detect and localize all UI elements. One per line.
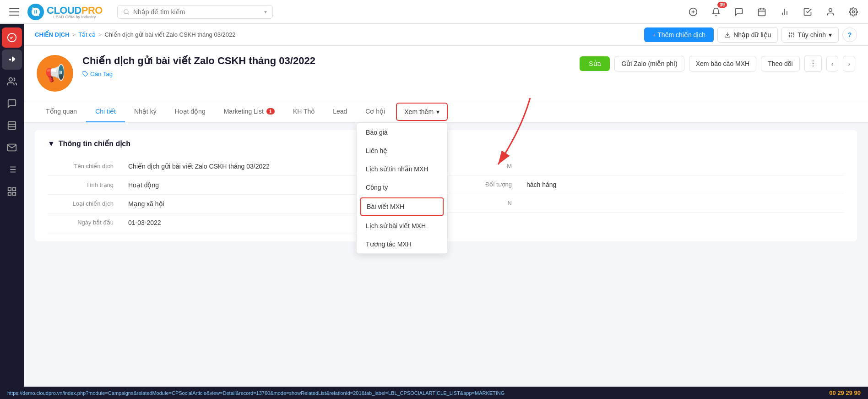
campaign-tag[interactable]: Gán Tag — [82, 71, 570, 77]
sidebar-item-campaign[interactable] — [2, 27, 22, 48]
status-url: https://demo.cloudpro.vn/index.php?modul… — [7, 390, 825, 396]
tasks-button[interactable] — [800, 5, 815, 19]
dropdown-item-bai-viet[interactable]: Bài viết MXH — [360, 197, 444, 216]
marketing-list-badge: 1 — [266, 108, 275, 115]
breadcrumb-root[interactable]: CHIẾN DỊCH — [35, 31, 70, 38]
logo-sub: LEAD CRM by Industry — [47, 15, 103, 19]
lich-su-bai-viet-label: Lịch sử bài viết MXH — [366, 222, 426, 230]
sidebar — [0, 24, 24, 387]
info-value-type: Mạng xã hội — [128, 200, 164, 208]
campaign-avatar: 📢 — [37, 55, 73, 92]
sidebar-item-list[interactable] — [2, 159, 22, 180]
tag-label: Gán Tag — [90, 71, 113, 77]
hamburger-button[interactable] — [7, 5, 22, 19]
breadcrumb-current: Chiến dịch gửi bài viết Zalo CSKH tháng … — [104, 31, 235, 38]
customize-button[interactable]: Tùy chỉnh ▾ — [781, 27, 839, 43]
notification-badge: 39 — [717, 2, 727, 8]
dropdown-menu: Báo giá Liên hệ Lịch sử tin nhắn MXH Côn… — [356, 123, 448, 254]
info-row-n: N — [446, 194, 844, 213]
sidebar-item-contacts[interactable] — [2, 71, 22, 92]
tab-marketing-list[interactable]: Marketing List 1 — [215, 101, 284, 122]
cong-ty-label: Công ty — [366, 184, 388, 191]
info-col-right: M Đối tượng hách hàng N — [446, 157, 844, 232]
user-button[interactable] — [823, 5, 838, 19]
main-content: CHIẾN DỊCH > Tất cả > Chiến dịch gửi bài… — [0, 24, 868, 387]
xem-them-button[interactable]: Xem thêm ▾ — [396, 103, 448, 121]
svg-point-10 — [852, 11, 855, 13]
breadcrumb-level1[interactable]: Tất cả — [78, 31, 96, 38]
customize-chevron: ▾ — [829, 31, 832, 38]
bao-gia-label: Báo giá — [366, 129, 387, 136]
sidebar-item-plugins[interactable] — [2, 181, 22, 202]
tabs-bar: Tổng quan Chi tiết Nhật ký Hoạt động Mar… — [24, 101, 868, 123]
calendar-button[interactable] — [754, 5, 769, 19]
bai-viet-label: Bài viết MXH — [367, 203, 404, 210]
add-campaign-button[interactable]: + Thêm chiến dịch — [644, 27, 714, 42]
tab-activity[interactable]: Hoạt động — [166, 101, 215, 122]
dropdown-item-cong-ty[interactable]: Công ty — [357, 178, 447, 197]
dropdown-item-lich-su-tin[interactable]: Lịch sử tin nhắn MXH — [357, 160, 447, 178]
megaphone-icon: 📢 — [45, 64, 65, 83]
dropdown-item-tuong-tac[interactable]: Tương tác MXH — [357, 235, 447, 253]
tab-lead[interactable]: Lead — [324, 101, 356, 122]
campaign-info: Chiến dịch gửi bài viết Zalo CSKH tháng … — [82, 55, 570, 77]
section-title-text: Thông tin chiến dịch — [59, 139, 130, 148]
tab-log[interactable]: Nhật ký — [125, 101, 166, 122]
edit-button[interactable]: Sửa — [580, 56, 610, 71]
report-button[interactable]: Xem báo cáo MXH — [689, 56, 757, 71]
info-label-target: Đối tượng — [446, 181, 519, 188]
breadcrumb-sep2: > — [98, 31, 102, 38]
dropdown-item-lich-su-bai-viet[interactable]: Lịch sử bài viết MXH — [357, 217, 447, 235]
sidebar-item-email[interactable] — [2, 137, 22, 158]
send-zalo-button[interactable]: Gửi Zalo (miễn phí) — [614, 56, 684, 71]
svg-point-0 — [124, 9, 128, 13]
dropdown-container: Xem thêm ▾ Báo giá Liên hệ Lịch sử tin n… — [394, 103, 448, 121]
help-button[interactable]: ? — [842, 27, 857, 42]
tab-kh-tho-label: KH Thô — [293, 108, 315, 115]
search-bar: ▾ — [117, 5, 273, 19]
info-label-status: Tình trạng — [48, 181, 121, 188]
tab-overview-label: Tổng quan — [46, 108, 77, 115]
lien-he-label: Liên hệ — [366, 147, 387, 154]
breadcrumb-bar: CHIẾN DỊCH > Tất cả > Chiến dịch gửi bài… — [24, 24, 868, 46]
svg-rect-22 — [8, 188, 11, 191]
status-phone: 00 29 29 90 — [829, 389, 861, 396]
import-button[interactable]: Nhập dữ liệu — [717, 27, 778, 43]
search-icon — [123, 9, 130, 15]
add-button[interactable] — [686, 5, 700, 19]
sidebar-item-chat[interactable] — [2, 93, 22, 114]
tab-opportunity[interactable]: Cơ hội — [356, 101, 394, 122]
logo: CLOUDPRO LEAD CRM by Industry — [27, 4, 103, 20]
top-navbar: CLOUDPRO LEAD CRM by Industry ▾ 39 — [0, 0, 868, 24]
info-label-type: Loại chiến dịch — [48, 200, 121, 207]
chat-button[interactable] — [732, 5, 746, 19]
next-button[interactable]: › — [843, 56, 855, 71]
sidebar-item-megaphone[interactable] — [2, 49, 22, 70]
dropdown-item-bao-gia[interactable]: Báo giá — [357, 123, 447, 142]
status-time: 00 29 29 90 — [829, 389, 861, 396]
section-collapse-icon[interactable]: ▼ — [48, 140, 55, 148]
nav-icons: 39 — [686, 5, 861, 19]
dropdown-item-lien-he[interactable]: Liên hệ — [357, 142, 447, 160]
notification-button[interactable]: 39 — [709, 5, 723, 19]
follow-button[interactable]: Theo dõi — [761, 56, 799, 71]
page-content: CHIẾN DỊCH > Tất cả > Chiến dịch gửi bài… — [24, 24, 868, 387]
prev-button[interactable]: ‹ — [826, 56, 839, 71]
settings-button[interactable] — [846, 5, 861, 19]
info-value-status: Hoạt động — [128, 181, 159, 189]
tab-log-label: Nhật ký — [134, 108, 157, 115]
tab-overview[interactable]: Tổng quan — [37, 101, 86, 122]
svg-rect-2 — [759, 9, 765, 16]
svg-rect-25 — [8, 192, 11, 195]
info-label-start-date: Ngày bắt đầu — [48, 219, 121, 226]
tab-opportunity-label: Cơ hội — [365, 108, 385, 115]
analytics-button[interactable] — [777, 5, 792, 19]
svg-rect-23 — [13, 188, 16, 191]
lich-su-tin-label: Lịch sử tin nhắn MXH — [366, 165, 428, 173]
svg-rect-13 — [8, 122, 16, 130]
more-button[interactable]: ⋮ — [804, 55, 822, 72]
search-input[interactable] — [133, 8, 260, 16]
tab-kh-tho[interactable]: KH Thô — [284, 101, 324, 122]
tab-detail[interactable]: Chi tiết — [86, 101, 125, 122]
sidebar-item-notes[interactable] — [2, 115, 22, 136]
